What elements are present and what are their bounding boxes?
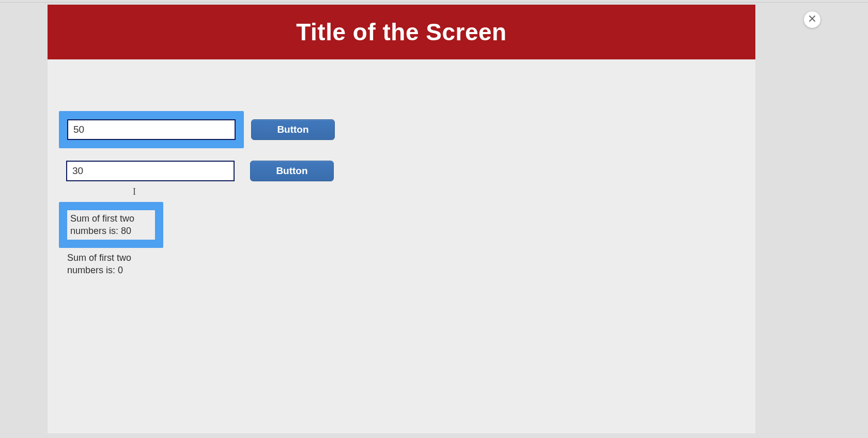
input-row-2: Button xyxy=(59,161,334,181)
result-highlighted-wrap: Sum of first two numbers is: 80 xyxy=(59,202,163,248)
number-input-1[interactable] xyxy=(67,119,236,140)
number-input-2[interactable] xyxy=(66,161,235,181)
button-2[interactable]: Button xyxy=(250,161,334,181)
button-1[interactable]: Button xyxy=(251,119,335,140)
result-text-highlighted: Sum of first two numbers is: 80 xyxy=(70,212,143,238)
screen-header: Title of the Screen xyxy=(48,5,755,59)
stage: Title of the Screen Button Button I xyxy=(0,0,868,438)
highlight-input-1 xyxy=(59,111,244,148)
highlight-result: Sum of first two numbers is: 80 xyxy=(59,202,163,248)
screen-panel: Title of the Screen Button Button I xyxy=(48,5,755,433)
screen-title: Title of the Screen xyxy=(296,18,506,46)
close-icon xyxy=(809,15,816,24)
result-plain-wrap: Sum of first two numbers is: 0 xyxy=(67,252,140,277)
text-cursor-icon: I xyxy=(133,186,136,197)
result-text-plain: Sum of first two numbers is: 0 xyxy=(67,252,140,277)
content-area: Button Button I Sum of first two numbers… xyxy=(48,59,755,111)
input-row-1: Button xyxy=(59,111,335,148)
close-button[interactable] xyxy=(804,11,820,28)
